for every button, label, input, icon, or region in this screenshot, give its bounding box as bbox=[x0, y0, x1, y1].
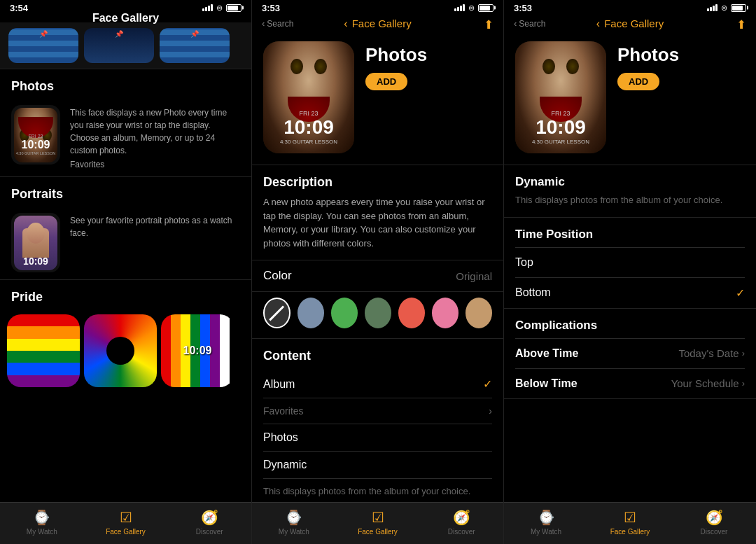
tab-mywatch-3[interactable]: ⌚ My Watch bbox=[504, 509, 588, 536]
tab-discover-1[interactable]: 🧭 Discover bbox=[167, 509, 251, 536]
tab-facegallery-1[interactable]: ☑ Face Gallery bbox=[84, 509, 168, 536]
description-title: Description bbox=[263, 175, 492, 190]
panel3-content[interactable]: FRI 23 10:09 4:30 GUITAR LESSON Photos A… bbox=[504, 33, 756, 518]
facegallery-label-3: Face Gallery bbox=[610, 528, 650, 536]
add-button-2[interactable]: ADD bbox=[365, 73, 407, 90]
swatch-blue[interactable] bbox=[298, 298, 324, 328]
content-chevron-favorites: › bbox=[489, 405, 492, 417]
watch-date-p1: FRI 23 bbox=[14, 134, 57, 139]
comp-row-above[interactable]: Above Time Today's Date › bbox=[515, 339, 745, 369]
nav-back-section-2: Face Gallery bbox=[352, 18, 412, 29]
watch-faces-row: 📌 📌 📌 bbox=[0, 22, 251, 69]
watch-event-p1: 4:30 GUITAR LESSON bbox=[14, 151, 57, 155]
watch-overlay: FRI 23 10:09 4:30 GUITAR LESSON bbox=[14, 134, 57, 155]
watch-thumb-3[interactable]: 📌 bbox=[160, 28, 230, 63]
page-title-1: Face Gallery bbox=[92, 12, 159, 25]
portraits-watch-preview: 10:09 bbox=[11, 213, 60, 272]
dynamic-text: This displays photos from the album of y… bbox=[515, 193, 745, 207]
comp-below-chevron: › bbox=[742, 378, 745, 389]
face-title-3: Photos bbox=[617, 44, 745, 66]
content-desc: This displays photos from the album of y… bbox=[263, 479, 492, 499]
nav-back-label-3: Search bbox=[519, 19, 545, 29]
comp-below-value: Your Schedule bbox=[671, 377, 739, 389]
nav-back-3[interactable]: ‹ Search bbox=[514, 18, 545, 29]
watch-thumb-2[interactable]: 📌 bbox=[84, 28, 154, 63]
time-pos-row-top[interactable]: Top bbox=[515, 248, 745, 278]
nav-bar-3: ‹ Search ‹ Face Gallery ⬆ bbox=[504, 15, 756, 33]
face-detail-info: Photos ADD bbox=[365, 41, 492, 153]
facegallery-label-2: Face Gallery bbox=[358, 528, 398, 536]
swatch-pink[interactable] bbox=[432, 298, 458, 328]
status-time-2: 3:53 bbox=[262, 3, 280, 13]
comp-below-label: Below Time bbox=[515, 377, 578, 390]
panel1-scroll[interactable]: 📌 📌 📌 Photos bbox=[0, 22, 251, 544]
share-button-2[interactable]: ⬆ bbox=[484, 17, 493, 32]
tab-discover-2[interactable]: 🧭 Discover bbox=[419, 509, 503, 536]
pride-section-header: Pride bbox=[0, 280, 251, 309]
photos-label: Favorites bbox=[70, 160, 240, 169]
status-bar-2: 3:53 ⊜ bbox=[252, 0, 503, 15]
content-row-favorites[interactable]: Favorites › bbox=[263, 398, 492, 424]
swatch-original[interactable] bbox=[263, 298, 290, 328]
mywatch-icon-3: ⌚ bbox=[538, 509, 555, 526]
mywatch-icon-2: ⌚ bbox=[285, 509, 302, 526]
wifi-icon-1: ⊜ bbox=[216, 4, 223, 13]
nav-back-2[interactable]: ‹ Search bbox=[262, 18, 293, 29]
tab-facegallery-3[interactable]: ☑ Face Gallery bbox=[588, 509, 672, 536]
portraits-watch-time: 10:09 bbox=[14, 256, 57, 266]
time-pos-bottom-check: ✓ bbox=[736, 286, 745, 300]
tab-facegallery-2[interactable]: ☑ Face Gallery bbox=[336, 509, 420, 536]
content-section: Content Album ✓ Favorites › Photos Dynam… bbox=[252, 339, 503, 504]
photos-item-text: This face displays a new Photo every tim… bbox=[70, 105, 240, 169]
status-bar-3: 3:53 ⊜ bbox=[504, 0, 756, 15]
discover-icon-3: 🧭 bbox=[706, 509, 723, 526]
status-icons-1: ⊜ bbox=[202, 4, 241, 13]
content-row-photos[interactable]: Photos bbox=[263, 424, 492, 452]
discover-label-3: Discover bbox=[701, 528, 728, 536]
content-row-album[interactable]: Album ✓ bbox=[263, 370, 492, 398]
swatch-green[interactable] bbox=[331, 298, 358, 328]
signal-icon-1 bbox=[202, 4, 213, 11]
face-detail-header: FRI 23 10:09 4:30 GUITAR LESSON Photos A… bbox=[252, 33, 503, 165]
facegallery-icon-2: ☑ bbox=[372, 509, 384, 526]
nav-section-3[interactable]: ‹ Face Gallery bbox=[596, 18, 664, 30]
facegallery-icon-1: ☑ bbox=[120, 509, 132, 526]
face-detail-header-3: FRI 23 10:09 4:30 GUITAR LESSON Photos A… bbox=[504, 33, 756, 165]
comp-row-below[interactable]: Below Time Your Schedule › bbox=[515, 369, 745, 398]
share-button-3[interactable]: ⬆ bbox=[736, 17, 746, 32]
pride-row: 10:09 bbox=[0, 309, 251, 393]
portraits-item-text: See your favorite portrait photos as a w… bbox=[70, 213, 240, 239]
add-button-3[interactable]: ADD bbox=[617, 73, 659, 90]
status-icons-2: ⊜ bbox=[454, 4, 493, 13]
pride-face-2[interactable] bbox=[84, 314, 157, 387]
tab-discover-3[interactable]: 🧭 Discover bbox=[672, 509, 756, 536]
swatch-red[interactable] bbox=[398, 298, 425, 328]
portraits-list-item[interactable]: 10:09 See your favorite portrait photos … bbox=[0, 206, 251, 280]
tab-mywatch-2[interactable]: ⌚ My Watch bbox=[252, 509, 336, 536]
watch-thumb-1[interactable]: 📌 bbox=[8, 28, 78, 63]
complications-title: Complications bbox=[515, 309, 745, 339]
facegallery-icon-3: ☑ bbox=[624, 509, 636, 526]
photos-section-header: Photos bbox=[0, 69, 251, 98]
nav-section-2[interactable]: ‹ Face Gallery bbox=[344, 18, 411, 30]
nav-bar-1: Face Gallery bbox=[0, 15, 251, 22]
time-pos-row-bottom[interactable]: Bottom ✓ bbox=[515, 278, 745, 308]
pride-face-3[interactable]: 10:09 bbox=[161, 314, 234, 387]
color-swatches bbox=[252, 292, 503, 339]
swatch-darkgreen[interactable] bbox=[365, 298, 391, 328]
pride-face-1[interactable] bbox=[7, 314, 80, 387]
face-time-3: 10:09 bbox=[515, 117, 606, 139]
photos-description: This face displays a new Photo every tim… bbox=[70, 106, 240, 157]
face-event-2: 4:30 GUITAR LESSON bbox=[263, 139, 354, 145]
watch-time-p1: 10:09 bbox=[14, 139, 57, 151]
photos-list-item[interactable]: FRI 23 10:09 4:30 GUITAR LESSON This fac… bbox=[0, 98, 251, 177]
face-large-preview-2: FRI 23 10:09 4:30 GUITAR LESSON bbox=[263, 41, 354, 153]
nav-back-section-3: Face Gallery bbox=[604, 18, 664, 29]
tab-mywatch-1[interactable]: ⌚ My Watch bbox=[0, 509, 84, 536]
swatch-tan[interactable] bbox=[465, 298, 492, 328]
comp-above-label: Above Time bbox=[515, 347, 578, 360]
face-detail-info-3: Photos ADD bbox=[617, 41, 745, 153]
content-row-dynamic[interactable]: Dynamic bbox=[263, 452, 492, 479]
time-position-section: Time Position Top Bottom ✓ bbox=[504, 218, 756, 309]
panel2-content[interactable]: FRI 23 10:09 4:30 GUITAR LESSON Photos A… bbox=[252, 33, 503, 544]
